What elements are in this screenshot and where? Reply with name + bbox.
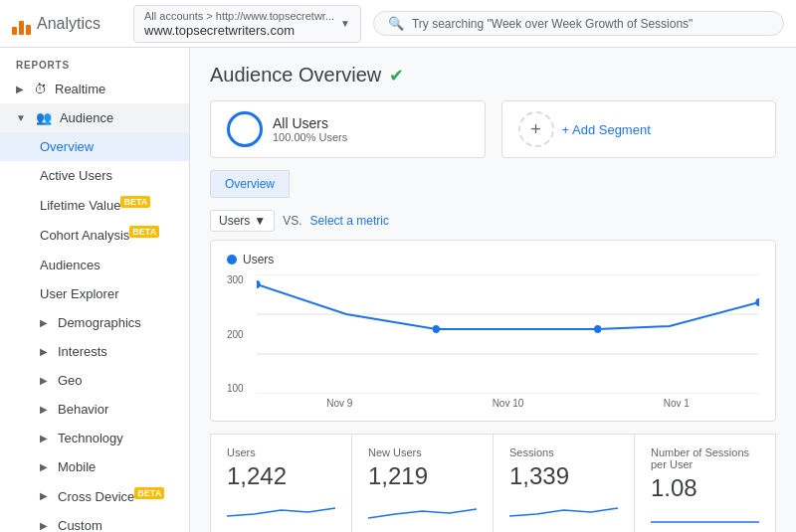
expand-icon-interests: ▶: [40, 346, 48, 357]
svg-point-6: [594, 325, 601, 333]
sidebar-item-mobile[interactable]: ▶ Mobile: [0, 452, 189, 481]
expand-icon-custom: ▶: [40, 520, 48, 531]
sidebar-item-user-explorer[interactable]: User Explorer: [0, 279, 189, 308]
svg-point-4: [257, 280, 261, 288]
url-bar[interactable]: All accounts > http://www.topsecretwr...…: [133, 5, 361, 43]
sidebar-section-reports: REPORTS: [0, 48, 189, 75]
expand-icon-behavior: ▶: [40, 404, 48, 415]
segment-percent: 100.00% Users: [273, 131, 347, 143]
segment-circle: [227, 111, 263, 147]
stat-new-users-value: 1,219: [368, 462, 477, 490]
chart-legend: Users: [227, 253, 759, 266]
logo-bar-2: [19, 21, 24, 35]
tab-overview[interactable]: Overview: [210, 170, 290, 198]
y-axis-labels: 300 200 100: [227, 274, 244, 394]
expand-icon-realtime: ▶: [16, 84, 24, 94]
chart-svg: [257, 274, 759, 394]
select-metric-link[interactable]: Select a metric: [310, 214, 389, 228]
page-title: Audience Overview: [210, 64, 381, 87]
cohort-beta-badge: BETA: [129, 226, 159, 238]
sidebar-label-active-users: Active Users: [40, 168, 112, 183]
x-axis-labels: Nov 9 Nov 10 Nov 1: [257, 398, 759, 409]
stat-spu-sparkline: [651, 508, 759, 532]
lifetime-value-beta-badge: BETA: [120, 196, 150, 208]
sidebar-label-user-explorer: User Explorer: [40, 286, 118, 301]
y-label-100: 100: [227, 383, 244, 394]
sidebar-item-behavior[interactable]: ▶ Behavior: [0, 395, 189, 424]
sidebar-item-active-users[interactable]: Active Users: [0, 161, 189, 190]
stats-grid: Users 1,242 New Users 1,219 Sessio: [210, 434, 776, 532]
all-users-segment[interactable]: All Users 100.00% Users: [210, 100, 486, 158]
expand-icon-mobile: ▶: [40, 461, 48, 472]
sidebar-item-overview[interactable]: Overview: [0, 132, 189, 161]
page-title-area: Audience Overview ✔: [210, 64, 776, 87]
app-logo: Analytics: [12, 13, 121, 35]
sidebar-item-demographics[interactable]: ▶ Demographics: [0, 308, 189, 337]
metric-dropdown-arrow: ▼: [254, 214, 266, 228]
stat-spu-label: Number of Sessions per User: [651, 446, 759, 470]
current-url: www.topsecretwriters.com: [144, 23, 334, 38]
sidebar-item-audience[interactable]: ▼ 👥 Audience: [0, 103, 189, 132]
expand-icon-cross-device: ▶: [40, 490, 48, 501]
sidebar-label-mobile: Mobile: [58, 459, 96, 474]
stat-users-value: 1,242: [227, 462, 335, 490]
chart-container: Users 300 200 100: [210, 240, 776, 422]
sidebar-item-cohort-analysis[interactable]: Cohort AnalysisBETA: [0, 220, 189, 250]
sidebar: REPORTS ▶ ⏱ Realtime ▼ 👥 Audience Overvi…: [0, 48, 190, 532]
stat-users-sparkline: [227, 496, 335, 524]
stat-sessions-value: 1,339: [509, 462, 618, 490]
stat-sessions-label: Sessions: [509, 446, 618, 458]
sidebar-item-interests[interactable]: ▶ Interests: [0, 337, 189, 366]
sidebar-icon-audience: 👥: [36, 110, 52, 125]
stat-users: Users 1,242: [210, 434, 352, 532]
main-layout: REPORTS ▶ ⏱ Realtime ▼ 👥 Audience Overvi…: [0, 48, 796, 532]
verified-icon: ✔: [389, 65, 404, 87]
stat-new-users-label: New Users: [368, 446, 477, 458]
x-label-nov11: Nov 1: [664, 398, 690, 409]
sidebar-label-cross-device: Cross DeviceBETA: [58, 488, 164, 504]
main-content: Audience Overview ✔ All Users 100.00% Us…: [190, 48, 796, 532]
cross-device-beta-badge: BETA: [134, 487, 164, 499]
logo-bar-1: [12, 27, 17, 35]
add-segment-button[interactable]: + + Add Segment: [501, 100, 777, 158]
svg-point-7: [755, 298, 759, 306]
sidebar-item-custom[interactable]: ▶ Custom: [0, 511, 189, 532]
search-bar[interactable]: 🔍 Try searching "Week over Week Growth o…: [373, 11, 784, 36]
segment-info: All Users 100.00% Users: [273, 115, 347, 143]
add-segment-label: + Add Segment: [562, 122, 651, 137]
add-circle-icon: +: [518, 111, 554, 147]
stat-sessions-per-user: Number of Sessions per User 1.08: [635, 434, 776, 532]
sidebar-label-cohort-analysis: Cohort AnalysisBETA: [40, 227, 159, 243]
url-dropdown-arrow[interactable]: ▼: [340, 18, 350, 29]
sidebar-label-custom: Custom: [58, 518, 102, 532]
app-name: Analytics: [37, 15, 100, 33]
y-label-300: 300: [227, 274, 244, 285]
sidebar-item-realtime[interactable]: ▶ ⏱ Realtime: [0, 75, 189, 103]
legend-dot: [227, 255, 237, 265]
breadcrumb: All accounts > http://www.topsecretwr...: [144, 10, 334, 22]
svg-point-5: [433, 325, 440, 333]
sidebar-item-audiences[interactable]: Audiences: [0, 251, 189, 279]
sidebar-item-geo[interactable]: ▶ Geo: [0, 366, 189, 395]
logo-bar-3: [26, 25, 31, 35]
tab-bar: Overview: [210, 170, 776, 198]
vs-label: VS.: [283, 214, 301, 228]
sidebar-label-audience: Audience: [60, 110, 113, 125]
stat-new-users-sparkline: [368, 496, 477, 524]
segment-bar: All Users 100.00% Users + + Add Segment: [210, 100, 776, 158]
stat-sessions-sparkline: [509, 496, 618, 524]
sidebar-label-realtime: Realtime: [55, 82, 105, 96]
logo-icon: [12, 13, 31, 35]
sidebar-item-lifetime-value[interactable]: Lifetime ValueBETA: [0, 190, 189, 220]
expand-icon-demographics: ▶: [40, 317, 48, 328]
metric-dropdown[interactable]: Users ▼: [210, 210, 275, 232]
metric-value: Users: [219, 214, 250, 228]
segment-name: All Users: [273, 115, 347, 131]
sidebar-label-demographics: Demographics: [58, 315, 141, 330]
sidebar-label-behavior: Behavior: [58, 402, 108, 417]
sidebar-label-lifetime-value: Lifetime ValueBETA: [40, 197, 150, 213]
sidebar-item-technology[interactable]: ▶ Technology: [0, 424, 189, 452]
stat-sessions: Sessions 1,339: [494, 434, 635, 532]
sidebar-item-cross-device[interactable]: ▶ Cross DeviceBETA: [0, 481, 189, 511]
header: Analytics All accounts > http://www.tops…: [0, 0, 796, 48]
